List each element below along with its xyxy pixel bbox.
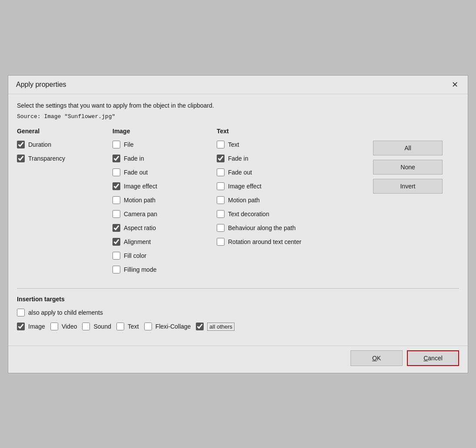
ok-button[interactable]: OK — [350, 350, 403, 366]
duration-label[interactable]: Duration — [28, 141, 51, 148]
camera-pan-label[interactable]: Camera pan — [124, 211, 157, 217]
target-others-checkbox[interactable] — [196, 323, 204, 330]
text-fade-in-checkbox[interactable] — [217, 155, 225, 162]
rotation-text-label[interactable]: Rotation around text center — [228, 238, 301, 245]
checkbox-alignment: Alignment — [112, 238, 217, 246]
action-buttons: All None Invert — [364, 128, 459, 280]
target-image-row: Image — [17, 323, 45, 330]
target-text-label[interactable]: Text — [128, 323, 139, 330]
image-motion-path-label[interactable]: Motion path — [124, 197, 155, 204]
text-fade-out-label[interactable]: Fade out — [228, 169, 252, 176]
target-sound-checkbox[interactable] — [82, 323, 90, 330]
all-button[interactable]: All — [373, 141, 443, 155]
insertion-targets-section: Insertion targets also apply to child el… — [17, 296, 459, 331]
checkbox-text-fade-in: Fade in — [217, 155, 364, 162]
camera-pan-checkbox[interactable] — [112, 210, 120, 218]
close-button[interactable]: ✕ — [449, 80, 461, 89]
dialog-title: Apply properties — [16, 81, 66, 89]
child-elements-row: also apply to child elements — [17, 309, 459, 316]
behaviour-path-label[interactable]: Behaviour along the path — [228, 224, 296, 231]
filling-mode-checkbox[interactable] — [112, 266, 120, 273]
text-fade-out-checkbox[interactable] — [217, 168, 225, 176]
alignment-checkbox[interactable] — [112, 238, 120, 246]
insertion-targets-title: Insertion targets — [17, 296, 459, 303]
image-effect-label[interactable]: Image effect — [124, 183, 157, 190]
text-image-effect-label[interactable]: Image effect — [228, 183, 261, 190]
checkbox-filling-mode: Filling mode — [112, 266, 217, 273]
text-text-checkbox[interactable] — [217, 141, 225, 148]
none-button[interactable]: None — [373, 160, 443, 175]
image-fade-out-checkbox[interactable] — [112, 168, 120, 176]
invert-button[interactable]: Invert — [373, 179, 443, 194]
checkbox-img-image-effect: Image effect — [112, 182, 217, 190]
checkbox-file: File — [112, 141, 217, 148]
target-flexi-row: Flexi-Collage — [144, 323, 191, 330]
text-header: Text — [217, 128, 364, 135]
checkbox-behaviour-path: Behaviour along the path — [217, 224, 364, 232]
target-others-label[interactable]: all others — [207, 323, 235, 331]
text-column: Text Text Fade in Fade out Image effect — [217, 128, 364, 280]
description-text: Select the settings that you want to app… — [17, 102, 459, 109]
target-video-label[interactable]: Video — [62, 323, 77, 330]
target-flexi-label[interactable]: Flexi-Collage — [155, 323, 191, 330]
target-others-row: all others — [196, 323, 235, 331]
title-bar: Apply properties ✕ — [8, 76, 468, 94]
checkbox-fill-color: Fill color — [112, 252, 217, 260]
checkbox-aspect-ratio: Aspect ratio — [112, 224, 217, 232]
apply-properties-dialog: Apply properties ✕ Select the settings t… — [8, 75, 468, 373]
child-elements-label[interactable]: also apply to child elements — [28, 309, 103, 316]
fill-color-label[interactable]: Fill color — [124, 252, 146, 259]
file-label[interactable]: File — [124, 141, 134, 148]
aspect-ratio-label[interactable]: Aspect ratio — [124, 224, 156, 231]
target-sound-label[interactable]: Sound — [93, 323, 111, 330]
checkbox-text-motion-path: Motion path — [217, 196, 364, 204]
transparency-checkbox[interactable] — [17, 155, 25, 162]
target-image-label[interactable]: Image — [28, 323, 45, 330]
checkbox-img-fade-out: Fade out — [112, 168, 217, 176]
general-column: General Duration Transparency — [17, 128, 112, 280]
insertion-targets-row: Image Video Sound Text Flexi-Collage — [17, 323, 459, 331]
target-video-checkbox[interactable] — [50, 323, 58, 330]
file-checkbox[interactable] — [112, 141, 120, 148]
image-effect-checkbox[interactable] — [112, 182, 120, 190]
target-text-checkbox[interactable] — [116, 323, 124, 330]
aspect-ratio-checkbox[interactable] — [112, 224, 120, 232]
text-text-label[interactable]: Text — [228, 141, 239, 148]
image-column: Image File Fade in Fade out Image effect — [112, 128, 217, 280]
text-fade-in-label[interactable]: Fade in — [228, 155, 248, 162]
image-fade-out-label[interactable]: Fade out — [124, 169, 148, 176]
checkbox-text-text: Text — [217, 141, 364, 148]
image-fade-in-label[interactable]: Fade in — [124, 155, 144, 162]
columns-area: General Duration Transparency Image File — [17, 128, 459, 280]
text-decoration-checkbox[interactable] — [217, 210, 225, 218]
checkbox-text-decoration: Text decoration — [217, 210, 364, 218]
target-text-row: Text — [116, 323, 139, 330]
alignment-label[interactable]: Alignment — [124, 238, 151, 245]
filling-mode-label[interactable]: Filling mode — [124, 266, 156, 273]
checkbox-img-fade-in: Fade in — [112, 155, 217, 162]
target-sound-row: Sound — [82, 323, 111, 330]
source-info: Source: Image "Sunflower.jpg" — [17, 113, 459, 120]
ok-rest-label: K — [377, 355, 381, 362]
text-image-effect-checkbox[interactable] — [217, 182, 225, 190]
footer: OK Cancel — [8, 346, 468, 373]
behaviour-path-checkbox[interactable] — [217, 224, 225, 232]
target-image-checkbox[interactable] — [17, 323, 25, 330]
checkbox-camera-pan: Camera pan — [112, 210, 217, 218]
image-motion-path-checkbox[interactable] — [112, 196, 120, 204]
checkbox-text-image-effect: Image effect — [217, 182, 364, 190]
duration-checkbox[interactable] — [17, 141, 25, 148]
cancel-underline-char: C — [423, 355, 428, 362]
child-elements-checkbox[interactable] — [17, 309, 25, 316]
rotation-text-checkbox[interactable] — [217, 238, 225, 246]
transparency-label[interactable]: Transparency — [28, 155, 65, 162]
cancel-button[interactable]: Cancel — [407, 350, 459, 366]
checkbox-rotation-text: Rotation around text center — [217, 238, 364, 246]
text-decoration-label[interactable]: Text decoration — [228, 211, 269, 217]
general-header: General — [17, 128, 112, 135]
target-flexi-checkbox[interactable] — [144, 323, 152, 330]
fill-color-checkbox[interactable] — [112, 252, 120, 260]
image-fade-in-checkbox[interactable] — [112, 155, 120, 162]
text-motion-path-checkbox[interactable] — [217, 196, 225, 204]
text-motion-path-label[interactable]: Motion path — [228, 197, 260, 204]
